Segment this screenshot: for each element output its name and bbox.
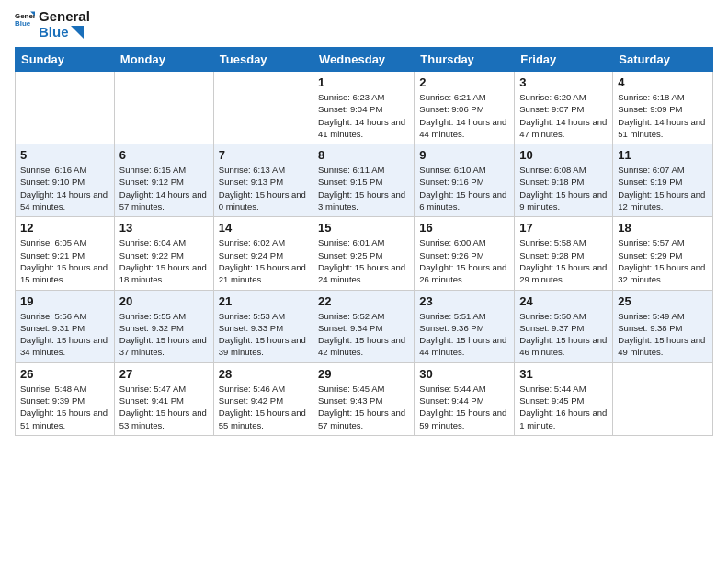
- sunrise-text: Sunrise: 5:53 AM: [219, 311, 285, 321]
- day-number: 12: [20, 221, 109, 235]
- calendar-cell: 30Sunrise: 5:44 AMSunset: 9:44 PMDayligh…: [415, 362, 515, 435]
- calendar-cell: 15Sunrise: 6:01 AMSunset: 9:25 PMDayligh…: [313, 217, 415, 290]
- day-info: Sunrise: 6:02 AMSunset: 9:24 PMDaylight:…: [219, 236, 308, 285]
- weekday-header-thursday: Thursday: [415, 48, 515, 72]
- calendar-cell: 13Sunrise: 6:04 AMSunset: 9:22 PMDayligh…: [114, 217, 213, 290]
- sunrise-text: Sunrise: 6:23 AM: [318, 92, 384, 102]
- sunrise-text: Sunrise: 5:50 AM: [519, 311, 586, 321]
- svg-marker-3: [71, 26, 84, 39]
- sunrise-text: Sunrise: 5:57 AM: [618, 237, 684, 247]
- sunset-text: Sunset: 9:37 PM: [519, 323, 584, 333]
- daylight-text: Daylight: 15 hours and 55 minutes.: [219, 408, 306, 430]
- sunrise-text: Sunrise: 6:13 AM: [219, 165, 285, 175]
- calendar-week-row: 19Sunrise: 5:56 AMSunset: 9:31 PMDayligh…: [16, 290, 713, 362]
- daylight-text: Daylight: 15 hours and 42 minutes.: [318, 335, 405, 357]
- sunrise-text: Sunrise: 6:21 AM: [419, 92, 485, 102]
- daylight-text: Daylight: 14 hours and 47 minutes.: [519, 117, 607, 139]
- daylight-text: Daylight: 15 hours and 29 minutes.: [519, 262, 607, 284]
- daylight-text: Daylight: 15 hours and 12 minutes.: [618, 190, 705, 212]
- daylight-text: Daylight: 15 hours and 53 minutes.: [119, 408, 207, 430]
- sunrise-text: Sunrise: 5:44 AM: [519, 384, 586, 394]
- day-info: Sunrise: 6:13 AMSunset: 9:13 PMDaylight:…: [219, 164, 308, 213]
- calendar-cell: [613, 362, 713, 435]
- day-number: 24: [519, 294, 608, 308]
- sunset-text: Sunset: 9:24 PM: [219, 250, 283, 260]
- daylight-text: Daylight: 15 hours and 0 minutes.: [219, 190, 306, 212]
- day-info: Sunrise: 5:53 AMSunset: 9:33 PMDaylight:…: [219, 310, 308, 359]
- sunrise-text: Sunrise: 6:05 AM: [20, 237, 86, 247]
- day-info: Sunrise: 6:08 AMSunset: 9:18 PMDaylight:…: [519, 164, 608, 213]
- day-info: Sunrise: 5:49 AMSunset: 9:38 PMDaylight:…: [618, 310, 708, 359]
- day-number: 4: [618, 75, 708, 89]
- day-info: Sunrise: 5:48 AMSunset: 9:39 PMDaylight:…: [20, 383, 109, 431]
- daylight-text: Daylight: 14 hours and 44 minutes.: [419, 117, 506, 139]
- day-number: 15: [318, 221, 409, 235]
- calendar-cell: 23Sunrise: 5:51 AMSunset: 9:36 PMDayligh…: [415, 290, 515, 362]
- sunset-text: Sunset: 9:25 PM: [318, 250, 382, 260]
- logo: General Blue: [15, 9, 35, 29]
- sunset-text: Sunset: 9:26 PM: [419, 250, 483, 260]
- calendar-cell: 19Sunrise: 5:56 AMSunset: 9:31 PMDayligh…: [16, 290, 115, 362]
- day-number: 16: [419, 221, 509, 235]
- sunset-text: Sunset: 9:43 PM: [318, 396, 382, 406]
- calendar-cell: 17Sunrise: 5:58 AMSunset: 9:28 PMDayligh…: [515, 217, 613, 290]
- calendar-cell: 20Sunrise: 5:55 AMSunset: 9:32 PMDayligh…: [114, 290, 213, 362]
- sunset-text: Sunset: 9:13 PM: [219, 177, 283, 187]
- daylight-text: Daylight: 15 hours and 57 minutes.: [318, 408, 405, 430]
- sunrise-text: Sunrise: 6:10 AM: [419, 165, 485, 175]
- calendar-table: SundayMondayTuesdayWednesdayThursdayFrid…: [15, 47, 713, 436]
- day-number: 20: [119, 294, 209, 308]
- sunset-text: Sunset: 9:39 PM: [20, 396, 85, 406]
- calendar-cell: [114, 72, 213, 144]
- sunrise-text: Sunrise: 6:20 AM: [519, 92, 586, 102]
- svg-text:General: General: [15, 12, 35, 20]
- day-number: 19: [20, 294, 109, 308]
- daylight-text: Daylight: 15 hours and 26 minutes.: [419, 262, 506, 284]
- sunset-text: Sunset: 9:15 PM: [318, 177, 382, 187]
- daylight-text: Daylight: 15 hours and 49 minutes.: [618, 335, 705, 357]
- day-number: 29: [318, 367, 409, 381]
- svg-text:Blue: Blue: [15, 19, 31, 28]
- day-info: Sunrise: 5:50 AMSunset: 9:37 PMDaylight:…: [519, 310, 608, 359]
- sunrise-text: Sunrise: 6:08 AM: [519, 165, 586, 175]
- daylight-text: Daylight: 15 hours and 6 minutes.: [419, 190, 506, 212]
- day-number: 23: [419, 294, 509, 308]
- sunrise-text: Sunrise: 5:47 AM: [119, 384, 186, 394]
- day-info: Sunrise: 5:47 AMSunset: 9:41 PMDaylight:…: [119, 383, 209, 431]
- sunset-text: Sunset: 9:33 PM: [219, 323, 283, 333]
- day-info: Sunrise: 6:00 AMSunset: 9:26 PMDaylight:…: [419, 236, 509, 285]
- sunrise-text: Sunrise: 5:51 AM: [419, 311, 485, 321]
- calendar-cell: 29Sunrise: 5:45 AMSunset: 9:43 PMDayligh…: [313, 362, 415, 435]
- day-info: Sunrise: 6:23 AMSunset: 9:04 PMDaylight:…: [318, 91, 409, 140]
- daylight-text: Daylight: 14 hours and 51 minutes.: [618, 117, 705, 139]
- calendar-cell: 24Sunrise: 5:50 AMSunset: 9:37 PMDayligh…: [515, 290, 613, 362]
- daylight-text: Daylight: 15 hours and 46 minutes.: [519, 335, 607, 357]
- day-info: Sunrise: 6:10 AMSunset: 9:16 PMDaylight:…: [419, 164, 509, 213]
- daylight-text: Daylight: 15 hours and 15 minutes.: [20, 262, 108, 284]
- calendar-cell: 28Sunrise: 5:46 AMSunset: 9:42 PMDayligh…: [213, 362, 313, 435]
- sunset-text: Sunset: 9:38 PM: [618, 323, 682, 333]
- daylight-text: Daylight: 15 hours and 59 minutes.: [419, 408, 506, 430]
- daylight-text: Daylight: 15 hours and 9 minutes.: [519, 190, 607, 212]
- calendar-week-row: 26Sunrise: 5:48 AMSunset: 9:39 PMDayligh…: [16, 362, 713, 435]
- calendar-cell: 16Sunrise: 6:00 AMSunset: 9:26 PMDayligh…: [415, 217, 515, 290]
- calendar-cell: [213, 72, 313, 144]
- sunset-text: Sunset: 9:10 PM: [20, 177, 85, 187]
- sunset-text: Sunset: 9:22 PM: [119, 250, 184, 260]
- day-number: 30: [419, 367, 509, 381]
- day-number: 25: [618, 294, 708, 308]
- day-number: 9: [419, 148, 509, 162]
- calendar-cell: 31Sunrise: 5:44 AMSunset: 9:45 PMDayligh…: [515, 362, 613, 435]
- calendar-cell: 2Sunrise: 6:21 AMSunset: 9:06 PMDaylight…: [415, 72, 515, 144]
- calendar-cell: 7Sunrise: 6:13 AMSunset: 9:13 PMDaylight…: [213, 144, 313, 217]
- sunset-text: Sunset: 9:31 PM: [20, 323, 85, 333]
- calendar-cell: 3Sunrise: 6:20 AMSunset: 9:07 PMDaylight…: [515, 72, 613, 144]
- page: General Blue General Blue SundayMondayTu…: [0, 0, 728, 563]
- calendar-cell: 9Sunrise: 6:10 AMSunset: 9:16 PMDaylight…: [415, 144, 515, 217]
- calendar-cell: 11Sunrise: 6:07 AMSunset: 9:19 PMDayligh…: [613, 144, 713, 217]
- sunrise-text: Sunrise: 6:18 AM: [618, 92, 684, 102]
- sunrise-text: Sunrise: 6:11 AM: [318, 165, 384, 175]
- day-info: Sunrise: 6:07 AMSunset: 9:19 PMDaylight:…: [618, 164, 708, 213]
- day-number: 17: [519, 221, 608, 235]
- sunset-text: Sunset: 9:18 PM: [519, 177, 584, 187]
